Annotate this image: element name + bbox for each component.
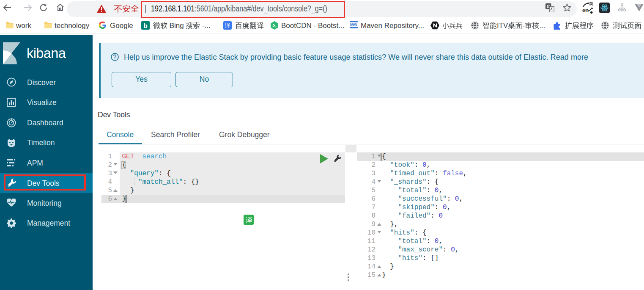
svg-text:MVN: MVN (350, 22, 357, 27)
svg-text:b: b (143, 22, 147, 29)
